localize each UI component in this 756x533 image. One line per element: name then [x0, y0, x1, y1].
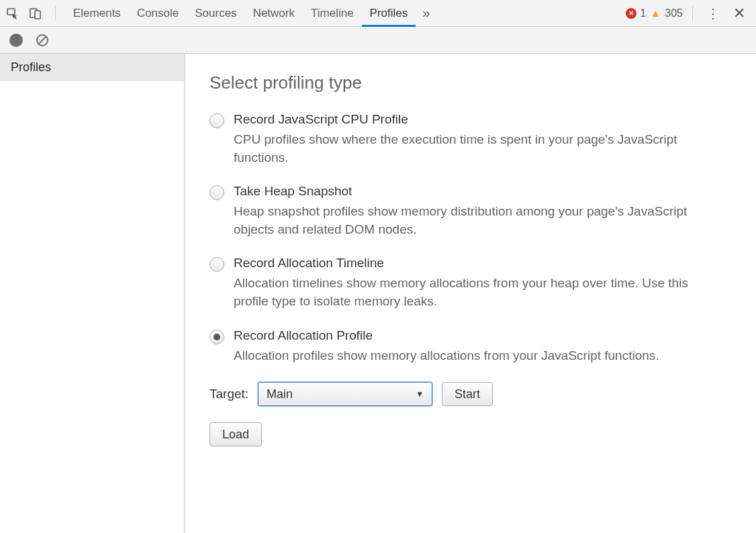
option-title: Record JavaScript CPU Profile: [234, 112, 732, 127]
tabs-container: Elements Console Sources Network Timelin…: [65, 0, 436, 26]
radio-button[interactable]: [209, 113, 224, 128]
target-row: Target: Main ▼ Start: [209, 382, 732, 406]
sidebar-item-profiles[interactable]: Profiles: [0, 54, 184, 81]
target-select-value: Main: [267, 387, 293, 401]
option-title: Take Heap Snapshot: [234, 184, 732, 199]
option-body: Record Allocation Profile Allocation pro…: [234, 328, 732, 365]
target-select[interactable]: Main ▼: [258, 382, 432, 406]
chevron-down-icon: ▼: [416, 389, 424, 399]
option-title: Record Allocation Profile: [234, 328, 732, 343]
radio-button[interactable]: [209, 330, 224, 344]
tabs-overflow-icon[interactable]: »: [416, 0, 436, 26]
option-title: Record Allocation Timeline: [234, 256, 732, 271]
tab-profiles[interactable]: Profiles: [362, 0, 416, 26]
profiles-main-panel: Select profiling type Record JavaScript …: [185, 54, 756, 533]
content-split: Profiles Select profiling type Record Ja…: [0, 54, 756, 533]
profiles-toolbar: [0, 27, 756, 54]
option-body: Record Allocation Timeline Allocation ti…: [234, 256, 732, 310]
option-description: Allocation profiles show memory allocati…: [234, 347, 717, 365]
start-button[interactable]: Start: [442, 382, 493, 406]
tab-timeline[interactable]: Timeline: [303, 0, 362, 26]
load-button[interactable]: Load: [209, 422, 262, 446]
record-button[interactable]: [9, 34, 23, 47]
tab-bar-left: [5, 6, 60, 21]
clear-button-icon[interactable]: [35, 33, 50, 48]
load-row: Load: [209, 422, 732, 446]
profiling-option-cpu[interactable]: Record JavaScript CPU Profile CPU profil…: [209, 112, 732, 166]
svg-rect-2: [35, 11, 40, 19]
inspect-element-icon[interactable]: [5, 6, 20, 21]
device-toggle-icon[interactable]: [28, 6, 43, 21]
tab-console[interactable]: Console: [129, 0, 187, 26]
page-title: Select profiling type: [209, 72, 732, 93]
option-body: Take Heap Snapshot Heap snapshot profile…: [234, 184, 732, 238]
profiling-option-allocation-timeline[interactable]: Record Allocation Timeline Allocation ti…: [209, 256, 732, 310]
target-label: Target:: [209, 387, 248, 401]
profiling-option-allocation-profile[interactable]: Record Allocation Profile Allocation pro…: [209, 328, 732, 365]
tab-bar-right: ✕ 1 ▲ 305 ⋮ ✕: [626, 5, 751, 22]
tab-sources[interactable]: Sources: [187, 0, 244, 26]
divider: [692, 6, 693, 21]
close-icon[interactable]: ✕: [728, 5, 751, 22]
profiles-sidebar: Profiles: [0, 54, 185, 533]
divider: [55, 6, 56, 21]
error-count[interactable]: 1: [641, 7, 647, 19]
radio-button[interactable]: [209, 185, 224, 200]
tab-elements[interactable]: Elements: [65, 0, 129, 26]
svg-rect-0: [7, 9, 15, 15]
warning-icon[interactable]: ▲: [650, 8, 661, 19]
option-description: CPU profiles show where the execution ti…: [234, 131, 717, 166]
tab-network[interactable]: Network: [245, 0, 303, 26]
svg-line-4: [38, 36, 46, 44]
option-body: Record JavaScript CPU Profile CPU profil…: [234, 112, 732, 166]
kebab-menu-icon[interactable]: ⋮: [702, 5, 724, 21]
option-description: Allocation timelines show memory allocat…: [234, 275, 717, 310]
profiling-option-heap-snapshot[interactable]: Take Heap Snapshot Heap snapshot profile…: [209, 184, 732, 238]
option-description: Heap snapshot profiles show memory distr…: [234, 203, 717, 238]
devtools-tab-bar: Elements Console Sources Network Timelin…: [0, 0, 756, 27]
radio-button[interactable]: [209, 257, 224, 272]
error-icon[interactable]: ✕: [626, 8, 636, 19]
warning-count[interactable]: 305: [665, 7, 683, 19]
